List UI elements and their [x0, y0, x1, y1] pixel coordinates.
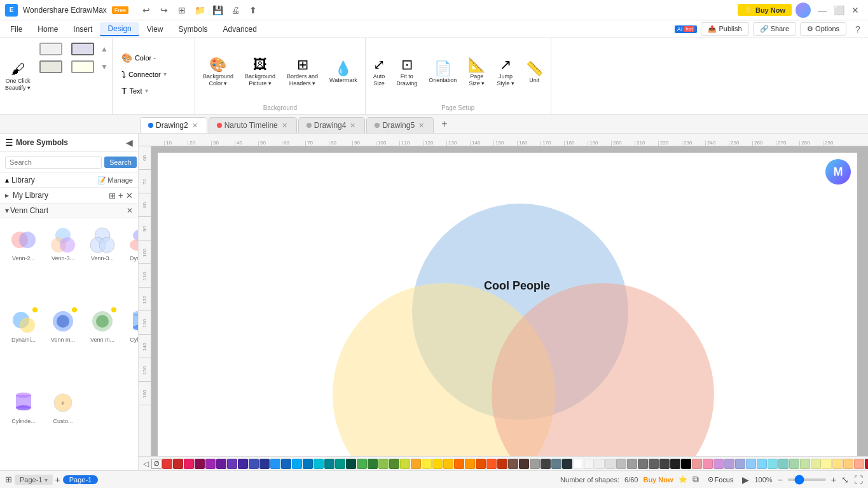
my-library-import[interactable]: ⊞ — [109, 191, 116, 200]
beautify-style-2[interactable] — [67, 41, 98, 57]
color-swatch[interactable] — [659, 459, 670, 469]
color-swatch[interactable] — [800, 459, 810, 469]
redo-btn[interactable]: ↪ — [156, 3, 172, 18]
color-swatch[interactable] — [530, 459, 540, 469]
page-size-btn[interactable]: 📐 PageSize ▾ — [463, 54, 490, 90]
color-swatch[interactable] — [335, 459, 345, 469]
color-swatch[interactable] — [249, 459, 259, 469]
color-swatch[interactable] — [497, 459, 507, 469]
beautify-expand-bottom[interactable]: ▼ — [99, 59, 109, 75]
color-swatch[interactable] — [195, 459, 205, 469]
my-library-add[interactable]: + — [118, 190, 123, 200]
symbol-vennm2[interactable]: Venn m... — [84, 305, 121, 384]
undo-btn[interactable]: ↩ — [139, 3, 154, 18]
color-swatch[interactable] — [778, 459, 789, 469]
connector-btn[interactable]: ⤵ Connector ▾ — [118, 68, 189, 81]
palette-prev[interactable]: ◁ — [141, 459, 151, 468]
zoom-in-btn[interactable]: + — [831, 475, 836, 485]
symbol-venn3b[interactable]: Venn-3... — [84, 223, 121, 302]
add-page-btn[interactable]: + — [55, 475, 60, 485]
symbol-dynamic1[interactable]: Dynami... — [123, 223, 138, 302]
fit-page-btn[interactable]: ⤡ — [841, 475, 849, 485]
menu-item-view[interactable]: View — [139, 23, 171, 36]
export-btn[interactable]: ⬆ — [245, 3, 261, 18]
color-swatch[interactable] — [476, 459, 486, 469]
color-swatch[interactable] — [692, 459, 702, 469]
symbol-vennm1[interactable]: Venn m... — [45, 305, 81, 384]
menu-item-insert[interactable]: Insert — [65, 23, 100, 36]
print-btn[interactable]: 🖨 — [228, 3, 243, 18]
save-btn[interactable]: 💾 — [210, 3, 225, 18]
help-btn[interactable]: ? — [850, 22, 865, 37]
beautify-style-1[interactable] — [36, 41, 66, 57]
publish-btn[interactable]: 📤 Publish — [701, 22, 748, 36]
color-swatch[interactable] — [649, 459, 659, 469]
ai-badge[interactable]: AI hot — [675, 25, 698, 33]
sidebar-collapse-btn[interactable]: ◀ — [126, 137, 133, 148]
color-swatch[interactable] — [184, 459, 194, 469]
color-swatch[interactable] — [843, 459, 853, 469]
tab-drawing4[interactable]: Drawing4 ✕ — [298, 117, 366, 133]
color-swatch[interactable] — [346, 459, 356, 469]
symbol-venn2[interactable]: Venn-2... — [5, 223, 42, 302]
background-picture-btn[interactable]: 🖼 BackgroundPicture ▾ — [240, 54, 280, 90]
color-swatch[interactable] — [541, 459, 551, 469]
color-swatch[interactable] — [746, 459, 756, 469]
text-btn[interactable]: T Text ▾ — [118, 85, 189, 97]
search-input[interactable] — [5, 156, 102, 169]
color-swatch[interactable] — [313, 459, 324, 469]
auto-size-btn[interactable]: ⤢ AutoSize — [368, 54, 390, 90]
color-swatch[interactable] — [378, 459, 389, 469]
close-btn[interactable]: ✕ — [848, 3, 863, 18]
color-swatch[interactable] — [681, 459, 691, 469]
my-library-expand[interactable]: ▸ — [5, 191, 9, 200]
color-swatch[interactable] — [562, 459, 572, 469]
color-swatch[interactable] — [854, 459, 864, 469]
color-swatch[interactable] — [205, 459, 216, 469]
menu-item-design[interactable]: Design — [100, 22, 139, 36]
zoom-out-btn[interactable]: − — [778, 475, 783, 485]
beautify-expand-top[interactable]: ▲ — [99, 41, 109, 57]
color-swatch[interactable] — [703, 459, 713, 469]
layers-btn[interactable]: ⧉ — [692, 474, 699, 485]
color-swatch[interactable] — [670, 459, 680, 469]
buy-now-button[interactable]: ⭐ Buy Now — [738, 4, 792, 16]
search-button[interactable]: Search — [104, 157, 137, 168]
tab-drawing2[interactable]: Drawing2 ✕ — [140, 117, 207, 133]
background-color-btn[interactable]: 🎨 BackgroundColor ▾ — [198, 54, 238, 90]
color-swatch[interactable] — [486, 459, 497, 469]
color-swatch[interactable] — [422, 459, 432, 469]
symbol-cylinder2[interactable]: Cylinde... — [5, 386, 42, 465]
jump-style-btn[interactable]: ↗ JumpStyle ▾ — [492, 54, 520, 90]
fullscreen-btn[interactable]: ⛶ — [854, 475, 863, 485]
color-swatch[interactable] — [238, 459, 248, 469]
color-swatch[interactable] — [768, 459, 778, 469]
color-swatch[interactable] — [303, 459, 313, 469]
close-naruto[interactable]: ✕ — [280, 122, 289, 130]
color-swatch[interactable] — [162, 459, 172, 469]
color-swatch[interactable] — [281, 459, 291, 469]
page-tab-page1[interactable]: Page-1 ▾ — [15, 475, 53, 485]
fit-to-drawing-btn[interactable]: ⊡ Fit toDrawing — [391, 54, 422, 90]
menu-item-symbols[interactable]: Symbols — [171, 23, 216, 36]
venn-close-btn[interactable]: ✕ — [127, 206, 133, 215]
color-swatch[interactable] — [832, 459, 843, 469]
my-library-close[interactable]: ✕ — [126, 191, 133, 200]
color-swatch[interactable] — [400, 459, 410, 469]
color-swatch[interactable] — [389, 459, 399, 469]
color-swatch[interactable] — [735, 459, 745, 469]
color-swatch[interactable] — [627, 459, 637, 469]
options-btn[interactable]: ⚙ Options — [800, 22, 846, 36]
menu-item-file[interactable]: File — [3, 23, 30, 36]
color-swatch[interactable] — [357, 459, 367, 469]
no-fill-swatch[interactable]: ∅ — [151, 459, 162, 469]
close-drawing4[interactable]: ✕ — [348, 122, 357, 130]
beautify-style-3[interactable] — [36, 59, 66, 75]
color-swatch[interactable] — [227, 459, 237, 469]
color-swatch[interactable] — [465, 459, 475, 469]
menu-item-advanced[interactable]: Advanced — [216, 23, 265, 36]
color-swatch[interactable] — [595, 459, 605, 469]
menu-item-home[interactable]: Home — [30, 23, 65, 36]
color-swatch[interactable] — [368, 459, 378, 469]
color-swatch[interactable] — [259, 459, 270, 469]
